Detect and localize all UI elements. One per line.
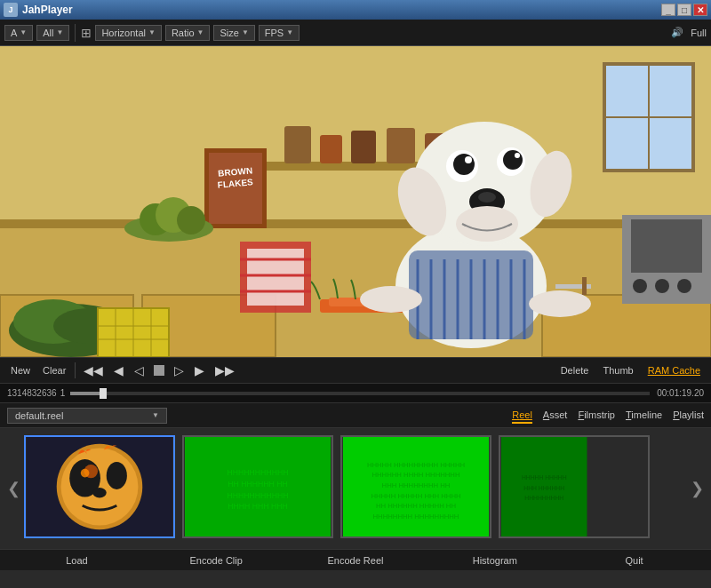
histogram-button[interactable]: Histogram [425,553,564,568]
svg-rect-43 [247,249,304,306]
step-fwd-button[interactable]: ▷ [172,362,187,379]
timeline-thumb[interactable] [100,388,107,399]
svg-point-30 [177,206,205,234]
delete-button[interactable]: Delete [557,363,593,377]
track-dropdown[interactable]: A ▼ [4,25,33,41]
track-arrow: ▼ [20,28,27,36]
svg-text:HHH HHHHHHHH HH: HHH HHHHHHHH HH [382,481,451,489]
all-arrow: ▼ [57,28,64,36]
svg-point-79 [92,488,106,498]
reel-selector[interactable]: default.reel ▼ [7,408,167,424]
fps-arrow: ▼ [286,28,293,36]
filmstrip-nav-right[interactable]: ❯ [687,479,707,498]
reel-dropdown-arrow: ▼ [152,411,159,419]
stop-button[interactable] [154,365,164,376]
svg-text:HHHHHHHHHHH: HHHHHHHHHHH [228,491,289,500]
full-label[interactable]: Full [691,28,707,38]
timeline-fill [70,392,100,395]
controls-right: Delete Thumb RAM Cache [557,363,704,377]
fps-dropdown[interactable]: FPS ▼ [259,25,300,41]
filmstrip-item-2[interactable]: HHHHH HHHHHHHHH HHHHH HHHHHH HHHH HHHHHH… [340,435,491,538]
svg-rect-20 [387,128,415,163]
ratio-label: Ratio [172,28,195,38]
svg-rect-73 [582,277,587,295]
rewind-fast-button[interactable]: ◀◀ [81,362,106,379]
close-button[interactable]: ✕ [693,4,707,16]
load-button[interactable]: Load [7,553,147,568]
window-controls: _ □ ✕ [661,4,707,16]
svg-point-81 [81,469,90,478]
position-number: 1314832636 [7,388,57,398]
tab-asset[interactable]: Asset [543,408,568,424]
reel-tabs: Reel Asset Filmstrip Timeline Playlist [512,408,704,424]
play-button[interactable]: ▶ [192,362,207,379]
all-dropdown[interactable]: All ▼ [36,25,69,41]
filmstrip-area: ❮ [0,428,711,549]
size-arrow: ▼ [242,28,249,36]
svg-rect-12 [631,219,702,273]
video-area: BROWN FLAKES [0,46,711,357]
svg-text:HHH HHHHHH: HHH HHHHHH [523,485,564,491]
svg-text:HHHHHHHHH: HHHHHHHHH [524,495,563,501]
filmstrip-item-3[interactable]: HHHHH HHHHH HHH HHHHHH HHHHHHHHH [499,435,650,538]
ctrl-sep1 [75,362,76,378]
svg-rect-17 [284,126,311,163]
video-canvas: BROWN FLAKES [0,46,711,357]
svg-rect-18 [320,135,342,163]
filmstrip-item-1[interactable]: HHHHHHHHHHH HH HHHHHH HH HHHHHHHHHHH HHH… [182,435,333,538]
sep1 [75,24,76,42]
svg-text:HH HHHHHH HHHHH HH: HH HHHHHH HHHHH HH [376,502,456,510]
svg-point-64 [503,150,523,170]
filmstrip-item-0[interactable] [24,435,175,538]
fps-label: FPS [265,28,284,38]
frame-number: 1 [60,388,66,398]
encode-clip-button[interactable]: Encode Clip [147,553,286,568]
step-back-button[interactable]: ◁ [132,362,147,379]
tab-reel[interactable]: Reel [512,408,532,424]
ram-cache-button[interactable]: RAM Cache [644,363,704,377]
svg-text:HHHHH HHHHHHHHH HHHHH: HHHHH HHHHHHHHH HHHHH [367,461,465,469]
all-label: All [43,28,53,38]
svg-text:HHHHHHHH HHHHHHHHH: HHHHHHHH HHHHHHHHH [373,513,459,520]
horizontal-arrow: ▼ [148,28,156,36]
filmstrip-container: HHHHHHHHHHH HH HHHHHH HH HHHHHHHHHHH HHH… [24,435,687,542]
size-dropdown[interactable]: Size ▼ [213,25,254,41]
tab-filmstrip[interactable]: Filmstrip [578,408,615,424]
controls-bar: New Clear ◀◀ ◀ ◁ ▷ ▶ ▶▶ Delete Thumb RAM… [0,357,711,384]
tab-timeline[interactable]: Timeline [626,408,662,424]
encode-reel-label: Encode Reel [327,555,383,566]
histogram-label: Histogram [473,555,517,566]
filmstrip-nav-left[interactable]: ❮ [4,479,24,498]
toolbar-right: 🔊 Full [671,27,707,38]
rewind-button[interactable]: ◀ [111,362,126,379]
reel-name: default.reel [15,410,63,421]
ratio-dropdown[interactable]: Ratio ▼ [165,25,211,41]
ratio-arrow: ▼ [197,28,204,36]
svg-point-63 [453,154,475,175]
thumb-button[interactable]: Thumb [599,363,636,377]
new-button[interactable]: New [7,363,34,377]
clear-button[interactable]: Clear [39,363,69,377]
horizontal-label: Horizontal [101,28,146,38]
minimize-button[interactable]: _ [661,4,675,16]
encode-reel-button[interactable]: Encode Reel [286,553,426,568]
toolbar: A ▼ All ▼ ⊞ Horizontal ▼ Ratio ▼ Size ▼ … [0,20,711,46]
maximize-button[interactable]: □ [677,4,691,16]
horizontal-dropdown[interactable]: Horizontal ▼ [95,25,161,41]
volume-icon[interactable]: 🔊 [671,27,683,38]
app-title: JahPlayer [22,4,661,16]
timeline-slider[interactable] [70,392,650,395]
fwd-fast-button[interactable]: ▶▶ [212,362,237,379]
app-icon: J [4,3,18,17]
quit-button[interactable]: Quit [564,553,704,568]
svg-rect-7 [0,219,711,228]
svg-rect-19 [351,131,376,163]
display-icon: ⊞ [81,26,92,40]
tab-playlist[interactable]: Playlist [673,408,704,424]
timecode: 00:01:19.20 [657,388,704,398]
svg-point-68 [478,192,496,203]
svg-text:HHHHHHHHHHH: HHHHHHHHHHH [228,468,289,477]
svg-text:HHHH HHH HHH: HHHH HHH HHH [228,502,287,511]
title-bar: J JahPlayer _ □ ✕ [0,0,711,20]
svg-text:HHHHH HHHHH: HHHHH HHHHH [522,474,567,481]
